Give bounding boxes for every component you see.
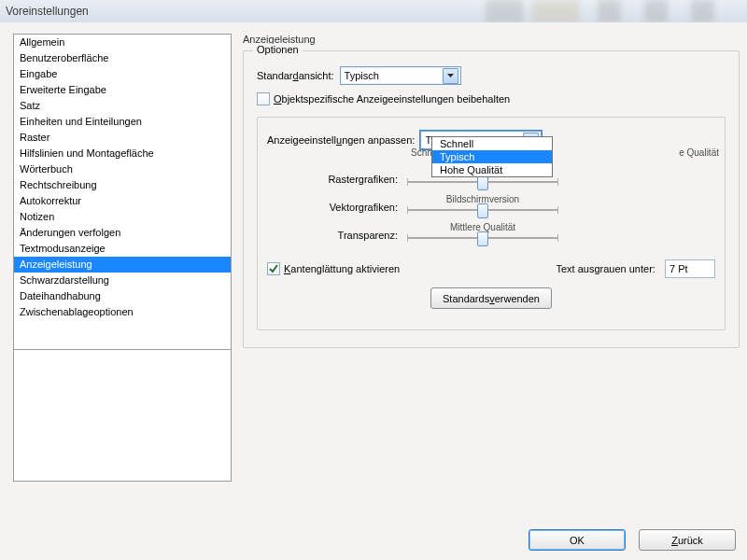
transparency-row: Transparenz: Mittlere Qualität — [267, 224, 715, 246]
sidebar-item[interactable]: Autokorrektur — [14, 193, 231, 209]
antialias-checkbox[interactable]: Kantenglättung aktivieren — [267, 262, 400, 275]
dropdown-option[interactable]: Hohe Qualität — [432, 163, 552, 176]
settings-panel: Anzeigeleistung Optionen Standardansicht… — [243, 34, 740, 416]
sidebar-item[interactable]: Schwarzdarstellung — [14, 273, 231, 288]
default-view-label: Standardansicht: — [257, 70, 334, 81]
transparency-slider[interactable]: Mittlere Qualität — [403, 224, 562, 246]
window-title: Voreinstellungen — [6, 5, 89, 18]
raster-label: Rastergrafiken: — [267, 174, 403, 185]
quality-high-label: e Qualität — [679, 147, 719, 158]
preserve-object-settings-label: Objektspezifische Anzeigeeinstellungen b… — [274, 93, 510, 105]
slider-thumb[interactable] — [477, 175, 488, 190]
gray-text-field[interactable]: 7 Pt — [665, 259, 715, 278]
chevron-down-icon — [443, 68, 458, 84]
checkbox-icon — [267, 262, 280, 275]
antialias-label: Kantenglättung aktivieren — [284, 263, 400, 274]
sidebar-item[interactable]: Änderungen verfolgen — [14, 225, 231, 241]
slider-thumb[interactable] — [477, 231, 488, 246]
default-view-row: Standardansicht: Typisch — [257, 66, 726, 85]
vector-slider[interactable]: Bildschirmversion — [403, 196, 562, 218]
default-view-value: Typisch — [345, 70, 379, 81]
adjust-label: Anzeigeeinstellungen anpassen: — [267, 134, 415, 146]
options-legend: Optionen — [253, 44, 303, 55]
ok-button[interactable]: OK — [529, 529, 626, 551]
sidebar-item[interactable]: Dateihandhabung — [14, 288, 231, 304]
sidebar-item[interactable]: Raster — [14, 130, 231, 146]
quality-group: Anzeigeeinstellungen anpassen: Typisch S… — [257, 117, 726, 330]
dialog-client: AllgemeinBenutzeroberflächeEingabeErweit… — [0, 22, 747, 560]
back-button[interactable]: Zurück — [639, 529, 736, 551]
adjust-dropdown-popup[interactable]: SchnellTypischHohe Qualität — [431, 136, 553, 177]
dropdown-option[interactable]: Schnell — [432, 137, 552, 150]
window-titlebar: Voreinstellungen — [0, 0, 747, 23]
use-standards-button[interactable]: Standards verwenden — [430, 287, 552, 309]
slider-thumb[interactable] — [477, 203, 488, 218]
panel-title: Anzeigeleistung — [243, 34, 740, 45]
dialog-footer: OK Zurück — [529, 529, 736, 551]
sidebar-item[interactable]: Einheiten und Einteilungen — [14, 114, 231, 130]
sidebar-item[interactable]: Hilfslinien und Montagefläche — [14, 146, 231, 161]
sidebar-item[interactable]: Erweiterte Eingabe — [14, 82, 231, 98]
checkbox-icon — [257, 92, 270, 105]
transparency-label: Transparenz: — [267, 230, 403, 241]
dropdown-option[interactable]: Typisch — [432, 150, 552, 163]
options-group: Optionen Standardansicht: Typisch — [243, 50, 740, 348]
default-view-combo[interactable]: Typisch — [340, 66, 461, 85]
sidebar-item[interactable]: Satz — [14, 98, 231, 114]
sidebar-item[interactable]: Eingabe — [14, 66, 231, 82]
sidebar-item[interactable]: Wörterbuch — [14, 161, 231, 177]
preview-box — [13, 349, 232, 482]
gray-text-group: Text ausgrauen unter: 7 Pt — [556, 259, 715, 278]
vector-row: Vektorgrafiken: Bildschirmversion — [267, 196, 715, 218]
preserve-object-settings-checkbox[interactable]: Objektspezifische Anzeigeeinstellungen b… — [257, 92, 510, 105]
sidebar-item[interactable]: Allgemein — [14, 35, 231, 50]
sidebar-item[interactable]: Rechtschreibung — [14, 177, 231, 193]
standards-row: Standards verwenden — [267, 287, 715, 309]
category-list[interactable]: AllgemeinBenutzeroberflächeEingabeErweit… — [13, 34, 232, 482]
antialias-row: Kantenglättung aktivieren Text ausgrauen… — [267, 259, 715, 278]
sidebar-item[interactable]: Zwischenablageoptionen — [14, 304, 231, 320]
gray-text-label: Text ausgrauen unter: — [556, 263, 655, 274]
sidebar-item[interactable]: Notizen — [14, 209, 231, 225]
sidebar-item[interactable]: Textmodusanzeige — [14, 241, 231, 257]
sidebar-item[interactable]: Benutzeroberfläche — [14, 50, 231, 66]
preserve-object-settings-row: Objektspezifische Anzeigeeinstellungen b… — [257, 92, 726, 105]
sidebar-item[interactable]: Anzeigeleistung — [14, 257, 231, 273]
vector-label: Vektorgrafiken: — [267, 202, 403, 213]
